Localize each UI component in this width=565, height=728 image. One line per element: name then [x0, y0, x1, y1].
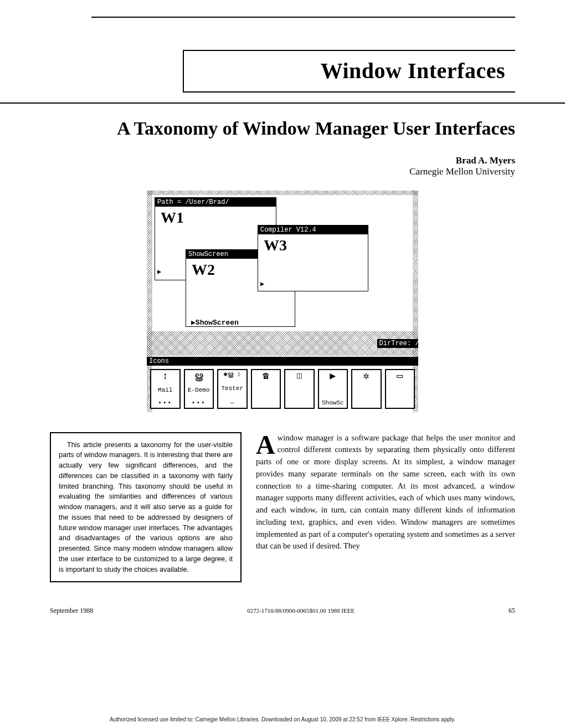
icons-bar-title: Icons — [147, 357, 418, 366]
rule-top — [91, 17, 515, 18]
icons-row: ↕ Mail ••• ൠ E-Demo ••• ✱ൠ ↕ Tester — — [147, 366, 418, 412]
page-number: 65 — [508, 607, 515, 615]
icon-glyph: ൠ — [194, 371, 203, 381]
window-w3-label: W3 — [258, 234, 368, 257]
arrow-icon: ▶ — [157, 268, 161, 275]
page-footer: September 1988 0272-1716/88/0900-0065$01… — [50, 607, 515, 615]
icon-tester: ✱ൠ ↕ Tester — — [217, 369, 248, 409]
arrow-icon: ▶ — [260, 280, 264, 288]
author-name: Brad A. Myers — [50, 155, 515, 166]
license-footer: Authorized licensed use limited to: Carn… — [0, 716, 565, 722]
play-icon: ▶ — [330, 371, 336, 381]
icon-label: E-Demo — [188, 387, 210, 393]
icon-sub: ••• — [158, 399, 172, 406]
showscreen-ground-label: ▶ShowScreen — [191, 318, 239, 327]
window-w3: Compiler V12.4 W3 ▶ — [258, 225, 368, 291]
icon-label: ShowSc — [322, 399, 344, 406]
author-block: Brad A. Myers Carnegie Mellon University — [50, 155, 515, 177]
window-w3-titlebar: Compiler V12.4 — [258, 225, 368, 234]
phone-icon: ☎ — [263, 371, 269, 381]
window-w1-titlebar: Path = /User/Brad/ — [155, 198, 276, 207]
icon-label: Tester — [221, 385, 243, 392]
figure-illustration: Path = /User/Brad/ W1 ▶ ShowScreen W2 ▶S… — [147, 191, 418, 412]
icon-phone: ☎ — [251, 369, 281, 409]
body-text: window manager is a software package tha… — [256, 433, 515, 551]
icon-floppy: ⎅ — [284, 369, 315, 409]
noise-decor — [147, 191, 418, 195]
abstract-box: This article presents a taxonomy for the… — [50, 432, 242, 583]
icon-gear: ✲ — [351, 369, 382, 409]
author-affiliation: Carnegie Mellon University — [50, 166, 515, 177]
body-column: A window manager is a software package t… — [256, 432, 515, 583]
gear-icon: ✲ — [363, 371, 369, 381]
window-icon: ▭ — [397, 371, 403, 381]
floppy-icon: ⎅ — [296, 371, 302, 381]
footer-date: September 1988 — [50, 607, 93, 615]
dirtree-titlebar: DirTree: /Sa — [377, 339, 418, 348]
icon-sub: — — [230, 399, 234, 406]
series-title: Window Interfaces — [192, 58, 505, 84]
icons-bar: Icons ↕ Mail ••• ൠ E-Demo ••• ✱ൠ ↕ Teste — [147, 357, 418, 412]
icon-sub: ••• — [192, 399, 206, 406]
abstract-text: This article presents a taxonomy for the… — [59, 440, 233, 575]
icon-glyph: ↕ — [162, 371, 168, 381]
icon-window: ▭ — [385, 369, 415, 409]
icon-showsc: ▶ ShowSc — [318, 369, 348, 409]
icon-label: Mail — [158, 387, 172, 393]
dropcap: A — [256, 432, 278, 455]
article-title: A Taxonomy of Window Manager User Interf… — [94, 117, 515, 141]
rule-under-series — [0, 102, 565, 104]
icon-glyph: ✱ൠ ↕ — [223, 371, 241, 378]
icon-mail: ↕ Mail ••• — [150, 369, 181, 409]
icon-edemo: ൠ E-Demo ••• — [184, 369, 214, 409]
footer-copyright: 0272-1716/88/0900-0065$01.00 1988 IEEE — [247, 607, 355, 614]
series-box: Window Interfaces — [183, 50, 515, 93]
